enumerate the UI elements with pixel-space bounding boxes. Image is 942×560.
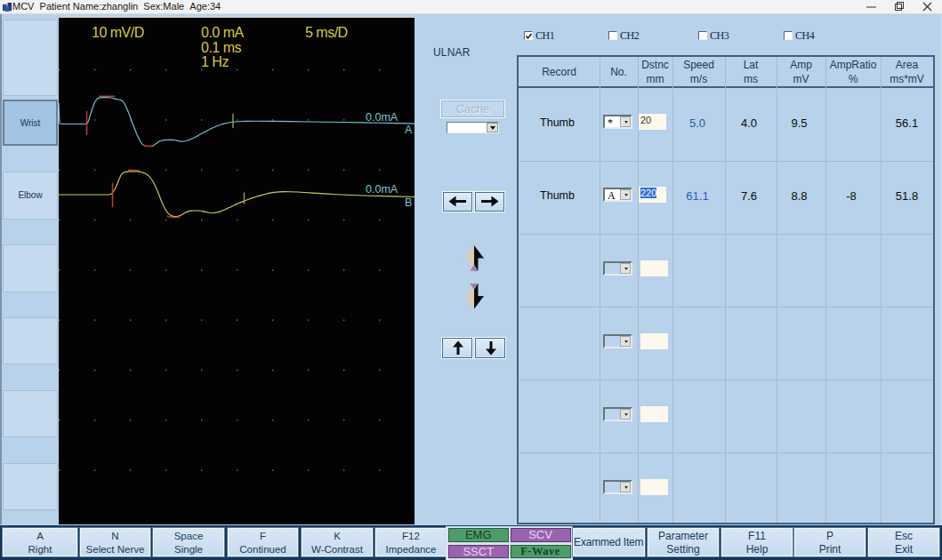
svg-text:0.0mA: 0.0mA [366, 111, 399, 124]
svg-text:0.0 mA: 0.0 mA [201, 25, 245, 40]
svg-text:10 mV/D: 10 mV/D [92, 25, 144, 40]
svg-text:5 ms/D: 5 ms/D [305, 25, 348, 40]
svg-text:B: B [405, 196, 412, 209]
svg-text:0.0mA: 0.0mA [366, 183, 399, 196]
svg-text:A: A [405, 124, 413, 136]
svg-text:1 Hz: 1 Hz [201, 54, 229, 69]
svg-text:0.1 ms: 0.1 ms [201, 40, 242, 55]
